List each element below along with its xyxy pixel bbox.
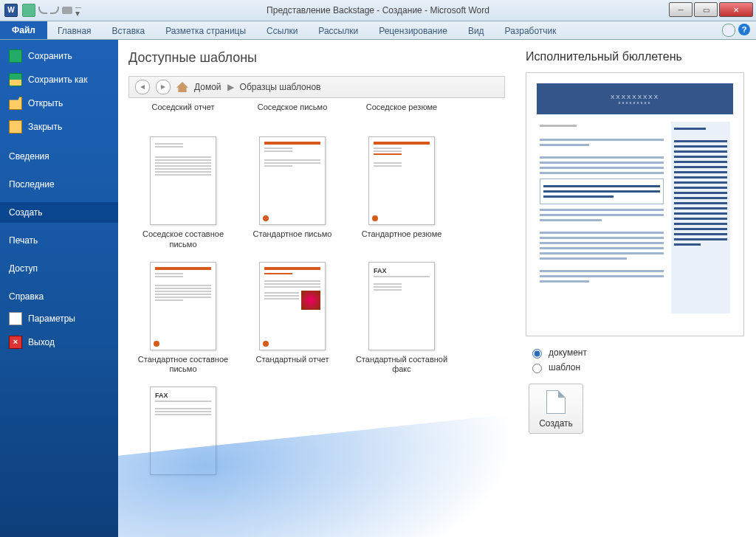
template-item[interactable]: Соседский отчет [128, 103, 238, 125]
qat-customize-icon[interactable]: ▾ [75, 7, 81, 14]
template-item[interactable]: Стандартный отчет [238, 262, 347, 375]
sidebar-item-label: Доступ [9, 263, 38, 274]
qat-redo-icon[interactable] [50, 7, 59, 14]
template-item[interactable]: Стандартное письмо [238, 136, 347, 250]
templates-heading: Доступные шаблоны [128, 50, 505, 66]
sidebar-item-label: Печать [9, 235, 38, 246]
sidebar-item-options[interactable]: Параметры [0, 307, 118, 330]
tab-review[interactable]: Рецензирование [368, 23, 458, 39]
preview-header: XXXXXXXXX xxxxxxxxx [537, 83, 733, 114]
create-button[interactable]: Создать [529, 384, 583, 434]
template-thumbnail [150, 262, 216, 350]
quick-access-toolbar: ▾ [22, 4, 81, 17]
sidebar-item-open[interactable]: Открыть [0, 91, 118, 115]
window-minimize-button[interactable]: ─ [669, 2, 693, 17]
ribbon-minimize-icon[interactable] [722, 24, 735, 37]
template-thumbnail [259, 262, 326, 350]
qat-save-icon[interactable] [22, 4, 35, 17]
radio-template[interactable]: шаблон [529, 361, 744, 373]
app-word-icon: W [4, 4, 18, 17]
nav-back-button[interactable]: ◂ [135, 80, 150, 94]
exit-icon: × [9, 336, 22, 349]
backstage-sidebar: Сохранить Сохранить как Открыть Закрыть … [0, 40, 118, 537]
template-thumbnail [368, 136, 435, 225]
templates-grid[interactable]: Соседский отчет Соседское письмо Соседск… [128, 103, 505, 516]
breadcrumb: ◂ ▸ Домой ▶ Образцы шаблонов [128, 76, 505, 98]
template-label: Соседский отчет [128, 103, 238, 113]
sidebar-item-new[interactable]: Создать [0, 202, 118, 223]
preview-title: Исполнительный бюллетень [526, 50, 744, 63]
template-item[interactable]: Стандартное составное письмо [128, 262, 238, 375]
sidebar-item-info[interactable]: Сведения [0, 146, 118, 167]
saveas-icon [9, 73, 22, 86]
preview-document: XXXXXXXXX xxxxxxxxx [532, 79, 738, 330]
sidebar-item-print[interactable]: Печать [0, 230, 118, 251]
sidebar-item-save[interactable]: Сохранить [0, 44, 118, 68]
template-item[interactable]: Соседское письмо [238, 103, 347, 125]
create-type-radios: документ шаблон [529, 347, 744, 373]
title-bar: W ▾ Представление Backstage - Создание -… [0, 0, 756, 21]
templates-panel: Доступные шаблоны ◂ ▸ Домой ▶ Образцы ша… [118, 40, 515, 537]
template-item[interactable]: Соседское резюме [347, 103, 456, 125]
radio-label: документ [549, 347, 587, 358]
template-label: Соседское письмо [238, 103, 347, 113]
tab-page-layout[interactable]: Разметка страницы [155, 23, 256, 39]
template-label: Стандартный составной факс [347, 355, 456, 375]
sidebar-item-label: Параметры [28, 313, 75, 324]
sidebar-item-share[interactable]: Доступ [0, 258, 118, 279]
sidebar-item-help[interactable]: Справка [0, 286, 118, 307]
tab-view[interactable]: Вид [458, 23, 495, 39]
help-icon[interactable]: ? [738, 24, 750, 35]
page-icon [546, 390, 566, 414]
qat-undo-icon[interactable] [38, 7, 47, 14]
template-label: Соседское составное письмо [128, 229, 238, 250]
save-icon [9, 49, 22, 63]
template-label: Стандартное составное письмо [128, 355, 238, 375]
template-thumbnail [150, 136, 216, 225]
options-icon [9, 312, 22, 325]
sidebar-item-label: Закрыть [28, 122, 62, 132]
close-icon [9, 120, 22, 134]
template-label: Соседское резюме [347, 103, 456, 113]
sidebar-item-label: Сведения [9, 151, 49, 162]
radio-document[interactable]: документ [529, 347, 744, 358]
sidebar-item-recent[interactable]: Последние [0, 174, 118, 195]
home-icon[interactable] [176, 82, 188, 92]
chevron-right-icon: ▶ [227, 82, 234, 92]
breadcrumb-current[interactable]: Образцы шаблонов [240, 82, 321, 92]
template-label: Стандартное письмо [238, 229, 347, 240]
sidebar-item-label: Последние [9, 179, 55, 190]
tab-mailings[interactable]: Рассылки [308, 23, 368, 39]
template-item[interactable]: Соседское составное письмо [128, 136, 238, 250]
template-item[interactable]: Стандартное резюме [347, 136, 456, 250]
window-maximize-button[interactable]: ▭ [694, 2, 718, 17]
qat-print-icon[interactable] [62, 7, 72, 14]
template-thumbnail [259, 136, 326, 225]
sidebar-item-exit[interactable]: ×Выход [0, 330, 118, 354]
tab-insert[interactable]: Вставка [102, 23, 156, 39]
sidebar-item-label: Выход [28, 337, 55, 347]
nav-forward-button[interactable]: ▸ [156, 80, 171, 94]
ribbon-tab-bar: Файл Главная Вставка Разметка страницы С… [0, 21, 756, 40]
create-button-label: Создать [529, 418, 583, 429]
template-item[interactable]: FAX [128, 387, 238, 479]
tab-developer[interactable]: Разработчик [495, 23, 567, 39]
open-icon [9, 97, 22, 110]
sidebar-item-label: Открыть [28, 98, 63, 108]
window-close-button[interactable]: ✕ [719, 2, 753, 17]
tab-file[interactable]: Файл [0, 21, 47, 39]
preview-panel: Исполнительный бюллетень XXXXXXXXX xxxxx… [515, 40, 756, 537]
sidebar-item-saveas[interactable]: Сохранить как [0, 68, 118, 91]
sidebar-item-label: Сохранить [28, 51, 72, 61]
template-thumbnail: FAX [368, 262, 435, 350]
breadcrumb-home[interactable]: Домой [194, 82, 221, 92]
radio-label: шаблон [549, 362, 580, 373]
sidebar-item-label: Создать [9, 207, 43, 218]
tab-references[interactable]: Ссылки [256, 23, 308, 39]
template-thumbnail: FAX [150, 387, 216, 475]
sidebar-item-label: Сохранить как [28, 75, 87, 85]
template-label: Стандартный отчет [238, 355, 347, 365]
tab-home[interactable]: Главная [47, 23, 102, 39]
sidebar-item-close[interactable]: Закрыть [0, 115, 118, 139]
template-item[interactable]: FAX Стандартный составной факс [347, 262, 456, 375]
